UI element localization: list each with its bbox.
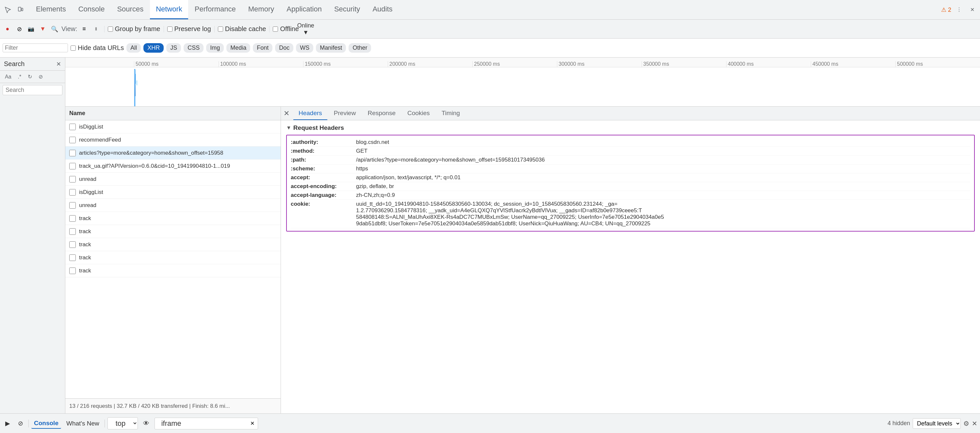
device-toggle-icon[interactable] bbox=[15, 5, 25, 15]
detail-tab-cookies[interactable]: Cookies bbox=[402, 107, 435, 120]
row-checkbox-1[interactable] bbox=[69, 137, 76, 143]
offline-checkbox[interactable] bbox=[273, 27, 278, 32]
row-checkbox-9[interactable] bbox=[69, 241, 76, 248]
tab-network[interactable]: Network bbox=[150, 0, 188, 19]
row-checkbox-7[interactable] bbox=[69, 215, 76, 222]
table-row[interactable]: unread bbox=[65, 199, 281, 212]
detail-tab-headers[interactable]: Headers bbox=[293, 107, 327, 120]
table-row-selected[interactable]: articles?type=more&category=home&shown_o… bbox=[65, 147, 281, 160]
tab-performance[interactable]: Performance bbox=[189, 0, 242, 19]
row-checkbox-10[interactable] bbox=[69, 254, 76, 261]
tick-50000: 50000 ms bbox=[134, 61, 218, 67]
case-sensitive-button[interactable]: Aa bbox=[3, 73, 14, 81]
row-name-9: track bbox=[79, 241, 277, 248]
whats-new-tab-button[interactable]: What's New bbox=[64, 419, 102, 428]
row-name-5: isDiggList bbox=[79, 189, 277, 196]
inspect-icon[interactable] bbox=[3, 5, 13, 15]
filter-tag-manifest[interactable]: Manifest bbox=[316, 43, 346, 53]
search-input[interactable] bbox=[3, 85, 62, 95]
row-checkbox-0[interactable] bbox=[69, 124, 76, 130]
close-devtools-icon[interactable]: ✕ bbox=[967, 5, 977, 15]
header-key-accept: accept: bbox=[291, 174, 356, 181]
default-levels-select[interactable]: Default levels bbox=[913, 418, 961, 429]
detail-tab-timing[interactable]: Timing bbox=[436, 107, 465, 120]
tab-elements[interactable]: Elements bbox=[30, 0, 72, 19]
detail-close-button[interactable]: ✕ bbox=[283, 109, 290, 118]
preserve-log-label[interactable]: Preserve log bbox=[167, 25, 211, 33]
filter-tag-xhr[interactable]: XHR bbox=[143, 43, 164, 53]
hide-data-urls-checkbox[interactable] bbox=[70, 45, 76, 51]
detail-tab-response[interactable]: Response bbox=[362, 107, 401, 120]
refresh-search-button[interactable]: ↻ bbox=[25, 73, 34, 81]
table-row[interactable]: track bbox=[65, 238, 281, 251]
tick-200000: 200000 ms bbox=[388, 61, 473, 67]
top-selector[interactable]: top bbox=[108, 417, 138, 430]
row-checkbox-8[interactable] bbox=[69, 228, 76, 235]
filter-tag-other[interactable]: Other bbox=[348, 43, 371, 53]
tab-console[interactable]: Console bbox=[73, 0, 111, 19]
console-close-button[interactable]: ✕ bbox=[972, 420, 977, 427]
offline-label[interactable]: Offline bbox=[273, 25, 299, 33]
search-panel: Search ✕ Aa .* ↻ ⊘ bbox=[0, 58, 65, 413]
requests-list[interactable]: isDiggList recommendFeed articles?type=m… bbox=[65, 120, 281, 398]
hide-data-urls-label[interactable]: Hide data URLs bbox=[70, 44, 124, 52]
section-toggle-button[interactable]: ▼ bbox=[286, 125, 291, 131]
tab-memory[interactable]: Memory bbox=[242, 0, 280, 19]
row-checkbox-2[interactable] bbox=[69, 150, 76, 156]
filter-tag-js[interactable]: JS bbox=[166, 43, 181, 53]
row-checkbox-4[interactable] bbox=[69, 176, 76, 182]
row-checkbox-11[interactable] bbox=[69, 267, 76, 274]
detail-tab-preview[interactable]: Preview bbox=[329, 107, 361, 120]
filter-tag-all[interactable]: All bbox=[126, 43, 141, 53]
requests-detail-split: Name isDiggList recommendFeed bbox=[65, 107, 980, 413]
tab-application[interactable]: Application bbox=[281, 0, 328, 19]
group-by-frame-label[interactable]: Group by frame bbox=[108, 25, 161, 33]
filter-tag-font[interactable]: Font bbox=[253, 43, 272, 53]
row-checkbox-3[interactable] bbox=[69, 163, 76, 169]
record-button[interactable]: ● bbox=[3, 24, 13, 34]
search-close-button[interactable]: ✕ bbox=[56, 61, 61, 68]
group-by-frame-checkbox[interactable] bbox=[108, 27, 113, 32]
list-view-icon[interactable]: ≡ bbox=[80, 24, 89, 34]
filter-tag-ws[interactable]: WS bbox=[296, 43, 313, 53]
tab-security[interactable]: Security bbox=[328, 0, 366, 19]
filter-icon[interactable]: ▼ bbox=[38, 24, 48, 34]
table-row[interactable]: isDiggList bbox=[65, 120, 281, 133]
table-row[interactable]: isDiggList bbox=[65, 186, 281, 199]
disable-cache-label[interactable]: Disable cache bbox=[218, 25, 266, 33]
tab-audits[interactable]: Audits bbox=[366, 0, 398, 19]
filter-tag-img[interactable]: Img bbox=[206, 43, 224, 53]
filter-input[interactable] bbox=[5, 45, 57, 51]
table-row[interactable]: unread bbox=[65, 173, 281, 186]
waterfall-view-icon[interactable]: ⫴ bbox=[91, 24, 101, 34]
filter-tag-css[interactable]: CSS bbox=[184, 43, 204, 53]
clear-search-button[interactable]: ⊘ bbox=[36, 73, 45, 81]
regex-search-button[interactable]: .* bbox=[16, 73, 24, 81]
eye-icon-button[interactable]: 👁 bbox=[140, 419, 152, 428]
iframe-input[interactable] bbox=[154, 418, 258, 430]
row-checkbox-5[interactable] bbox=[69, 189, 76, 196]
stop-recording-button[interactable]: ⊘ bbox=[14, 24, 24, 34]
clear-iframe-button[interactable]: ✕ bbox=[250, 420, 255, 427]
tab-sources[interactable]: Sources bbox=[111, 0, 149, 19]
table-row[interactable]: track bbox=[65, 264, 281, 277]
table-row[interactable]: track bbox=[65, 225, 281, 238]
preserve-log-checkbox[interactable] bbox=[167, 27, 172, 32]
online-dropdown[interactable]: Online ▼ bbox=[301, 24, 311, 34]
filter-tag-media[interactable]: Media bbox=[226, 43, 250, 53]
header-val-accept: application/json, text/javascript, */*; … bbox=[356, 174, 970, 181]
table-row[interactable]: recommendFeed bbox=[65, 133, 281, 147]
filter-tag-doc[interactable]: Doc bbox=[275, 43, 293, 53]
console-stop-button[interactable]: ⊘ bbox=[15, 418, 26, 428]
console-tab-button[interactable]: Console bbox=[31, 418, 61, 429]
console-run-button[interactable]: ▶ bbox=[3, 418, 13, 428]
disable-cache-checkbox[interactable] bbox=[218, 27, 223, 32]
more-options-icon[interactable]: ⋮ bbox=[954, 5, 964, 15]
table-row[interactable]: track bbox=[65, 212, 281, 225]
search-network-button[interactable]: 🔍 bbox=[50, 24, 59, 34]
screenshot-button[interactable]: 📷 bbox=[26, 24, 36, 34]
table-row[interactable]: track_ua.gif?APIVersion=0.6.0&cid=10_194… bbox=[65, 160, 281, 173]
table-row[interactable]: track bbox=[65, 251, 281, 264]
row-checkbox-6[interactable] bbox=[69, 202, 76, 209]
console-settings-button[interactable]: ⚙ bbox=[963, 420, 969, 427]
